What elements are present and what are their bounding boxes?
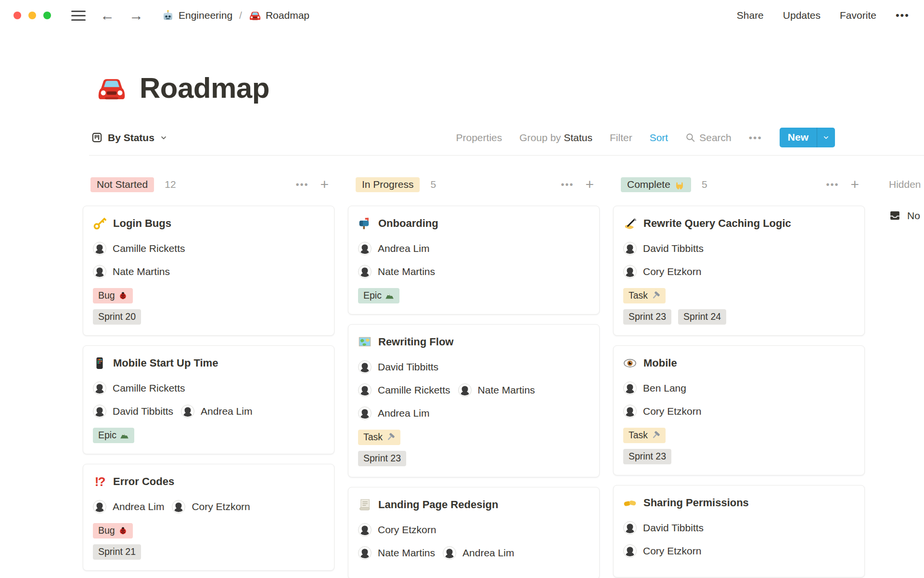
new-button-label: New xyxy=(780,128,817,147)
forward-button[interactable]: → xyxy=(129,8,143,23)
column-add-button[interactable]: + xyxy=(585,177,594,192)
column-add-button[interactable]: + xyxy=(320,177,329,192)
new-dropdown-button[interactable] xyxy=(817,128,835,147)
status-badge[interactable]: Not Started xyxy=(90,177,154,192)
card-onboarding[interactable]: Onboarding Andrea Lim Nate Martins Epic xyxy=(348,206,600,315)
view-switcher-label: By Status xyxy=(108,132,154,144)
hammer-icon xyxy=(386,433,395,442)
assignee-name: Andrea Lim xyxy=(113,501,164,512)
card-rewriting-flow[interactable]: Rewriting Flow David Tibbitts Camille Ri… xyxy=(348,324,600,477)
search-label: Search xyxy=(699,132,732,144)
search-button[interactable]: Search xyxy=(685,132,732,144)
assignee: Camille Ricketts xyxy=(358,383,450,397)
updates-button[interactable]: Updates xyxy=(783,10,821,21)
tag-pill-sprint: Sprint 23 xyxy=(623,449,671,464)
search-icon xyxy=(685,132,695,143)
more-button[interactable]: ••• xyxy=(896,9,910,22)
board-view-icon xyxy=(91,132,103,143)
avatar xyxy=(358,546,372,560)
assignee: Camille Ricketts xyxy=(93,242,185,255)
ladybug-icon xyxy=(118,526,128,535)
hidden-columns-label[interactable]: Hidden xyxy=(889,176,924,193)
avatar xyxy=(358,523,372,537)
avatar xyxy=(93,265,106,278)
column-more-button[interactable]: ••• xyxy=(826,179,839,190)
column-header: Not Started 12 ••• + xyxy=(83,176,334,193)
properties-button[interactable]: Properties xyxy=(456,132,502,144)
assignee-name: Cory Etzkorn xyxy=(643,406,701,417)
column-count: 5 xyxy=(430,179,436,190)
column-more-button[interactable]: ••• xyxy=(295,179,308,190)
status-badge[interactable]: Complete xyxy=(621,177,691,192)
assignee-name: Ben Lang xyxy=(643,382,686,394)
group-by-button[interactable]: Group by Status xyxy=(519,132,592,144)
status-badge[interactable]: In Progress xyxy=(356,177,420,192)
handshake-icon xyxy=(623,496,637,510)
page-icon-car[interactable] xyxy=(96,73,127,104)
assignee-name: Andrea Lim xyxy=(378,407,429,419)
close-window-button[interactable] xyxy=(13,12,21,19)
new-button[interactable]: New xyxy=(780,128,835,147)
zoom-window-button[interactable] xyxy=(43,12,51,19)
minimize-window-button[interactable] xyxy=(28,12,36,19)
tag-pill-task: Task xyxy=(623,288,666,303)
page-crumb[interactable]: Roadmap xyxy=(249,9,309,22)
column-add-button[interactable]: + xyxy=(850,177,859,192)
assignee-name: Nate Martins xyxy=(113,266,170,277)
assignee-name: Camille Ricketts xyxy=(378,384,450,396)
column-header: Complete 5 ••• + xyxy=(613,176,865,193)
column-not-started: Not Started 12 ••• + Login Bugs Camille … xyxy=(83,176,334,578)
interrobang-icon: !? xyxy=(93,475,106,488)
chevron-down-icon xyxy=(160,134,167,142)
assignee: Cory Etzkorn xyxy=(623,265,701,278)
share-button[interactable]: Share xyxy=(737,10,764,21)
hidden-group-row[interactable]: No xyxy=(889,210,924,222)
sidebar-toggle-icon[interactable] xyxy=(71,11,86,21)
ladybug-icon xyxy=(118,291,128,300)
assignee-name: David Tibbitts xyxy=(113,406,173,417)
card-landing-page-redesign[interactable]: Landing Page Redesign Cory Etzkorn Nate … xyxy=(348,487,600,578)
view-toolbar: By Status Properties Group by Status Fil… xyxy=(91,128,835,147)
card-login-bugs[interactable]: Login Bugs Camille Ricketts Nate Martins… xyxy=(83,206,334,336)
assignee-name: Nate Martins xyxy=(478,384,535,396)
assignee: David Tibbitts xyxy=(623,242,704,255)
back-button[interactable]: ← xyxy=(100,8,115,23)
column-header: In Progress 5 ••• + xyxy=(348,176,600,193)
assignee-name: Nate Martins xyxy=(378,547,435,559)
avatar xyxy=(93,242,106,255)
page-title: Roadmap xyxy=(140,71,270,105)
avatar xyxy=(623,242,637,255)
assignee-name: Cory Etzkorn xyxy=(378,524,436,536)
card-rewrite-query-caching-logic[interactable]: Rewrite Query Caching Logic David Tibbit… xyxy=(613,206,865,336)
avatar xyxy=(93,500,106,513)
column-more-button[interactable]: ••• xyxy=(561,179,574,190)
avatar xyxy=(181,405,194,418)
workspace-crumb-label: Engineering xyxy=(179,10,232,21)
card-mobile-start-up-time[interactable]: Mobile Start Up Time Camille Ricketts Da… xyxy=(83,345,334,454)
card-sharing-permissions[interactable]: Sharing Permissions David Tibbitts Cory … xyxy=(613,485,865,578)
filter-button[interactable]: Filter xyxy=(610,132,632,144)
assignee-name: Cory Etzkorn xyxy=(643,545,701,557)
toolbar-more-button[interactable]: ••• xyxy=(749,132,762,144)
column-complete: Complete 5 ••• + Rewrite Query Caching L… xyxy=(613,176,865,578)
view-switcher[interactable]: By Status xyxy=(91,132,167,144)
raised-hands-icon xyxy=(674,179,685,190)
card-error-codes[interactable]: !? Error Codes Andrea Lim Cory Etzkorn B… xyxy=(83,464,334,571)
assignee-name: Andrea Lim xyxy=(462,547,514,559)
breadcrumb: Engineering / Roadmap xyxy=(162,9,309,22)
avatar xyxy=(358,407,372,420)
avatar xyxy=(458,383,472,397)
hammer-icon xyxy=(651,431,660,440)
card-title: Mobile Start Up Time xyxy=(113,357,218,369)
assignee: Andrea Lim xyxy=(93,500,164,513)
column-count: 12 xyxy=(165,179,176,190)
sort-button[interactable]: Sort xyxy=(650,132,668,144)
traffic-lights xyxy=(13,12,51,19)
page-header: Roadmap xyxy=(96,71,924,105)
favorite-button[interactable]: Favorite xyxy=(840,10,876,21)
workspace-crumb[interactable]: Engineering xyxy=(162,9,232,22)
page-crumb-label: Roadmap xyxy=(266,10,309,21)
kanban-board: Not Started 12 ••• + Login Bugs Camille … xyxy=(83,176,924,578)
card-mobile[interactable]: Mobile Ben Lang Cory Etzkorn Task Sprint… xyxy=(613,345,865,475)
tag-pill-sprint: Sprint 23 xyxy=(358,451,406,466)
